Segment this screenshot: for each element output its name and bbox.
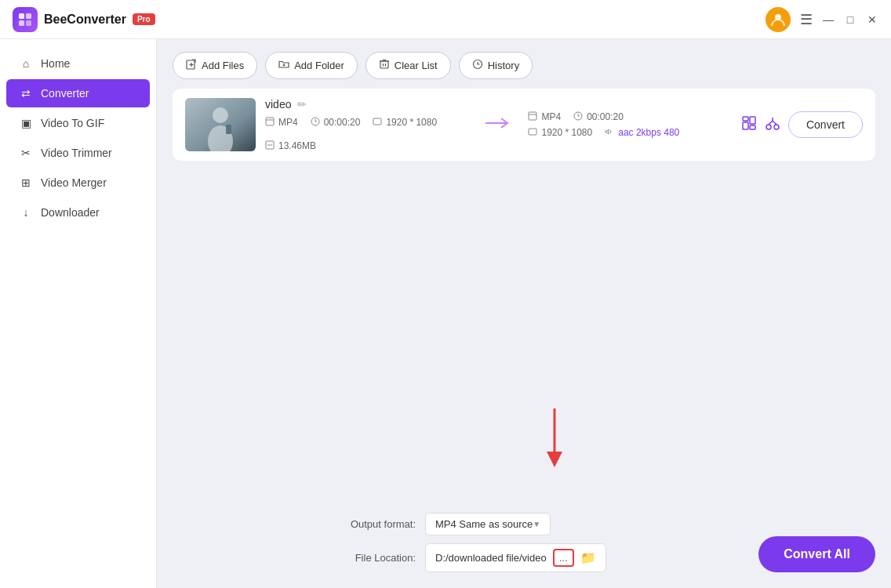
svg-rect-3 bbox=[26, 20, 31, 26]
merger-icon: ⊞ bbox=[19, 176, 33, 189]
size-icon bbox=[265, 140, 275, 151]
output-format-row: Output format: MP4 Same as source ▼ bbox=[329, 513, 606, 535]
cut-icon[interactable] bbox=[765, 115, 780, 135]
file-list: video ✏ MP4 bbox=[173, 89, 875, 161]
file-actions: Convert bbox=[741, 111, 863, 138]
source-size: 13.46MB bbox=[278, 140, 316, 151]
clear-list-icon bbox=[379, 59, 390, 72]
svg-rect-20 bbox=[266, 118, 274, 125]
sidebar-item-converter[interactable]: ⇄ Converter bbox=[6, 79, 150, 107]
main-layout: ⌂ Home ⇄ Converter ▣ Video To GIF ✂ Vide… bbox=[0, 39, 891, 588]
title-bar: BeeConverter Pro ☰ — □ ✕ bbox=[0, 0, 891, 39]
source-duration: 00:00:20 bbox=[324, 117, 361, 128]
output-format-icon bbox=[528, 111, 537, 122]
history-icon bbox=[472, 59, 483, 72]
file-location-label: File Location: bbox=[329, 552, 416, 564]
output-audio-item: aac 2kbps 480 bbox=[605, 127, 679, 138]
output-audio: aac 2kbps 480 bbox=[618, 127, 679, 138]
svg-rect-23 bbox=[373, 118, 381, 125]
svg-point-17 bbox=[213, 107, 228, 123]
output-settings: Output format: MP4 Same as source ▼ File… bbox=[329, 513, 606, 572]
add-files-icon bbox=[186, 59, 197, 72]
svg-rect-32 bbox=[743, 117, 748, 121]
svg-marker-42 bbox=[547, 452, 562, 467]
source-resolution-item: 1920 * 1080 bbox=[373, 117, 437, 128]
sidebar-item-video-trimmer[interactable]: ✂ Video Trimmer bbox=[6, 139, 150, 167]
svg-rect-1 bbox=[26, 13, 31, 19]
output-format-select[interactable]: MP4 Same as source ▼ bbox=[425, 513, 551, 535]
svg-point-37 bbox=[774, 125, 779, 129]
clear-list-button[interactable]: Clear List bbox=[365, 52, 451, 79]
svg-rect-28 bbox=[529, 112, 536, 120]
history-label: History bbox=[488, 60, 519, 71]
close-button[interactable]: ✕ bbox=[866, 13, 878, 26]
svg-rect-2 bbox=[19, 20, 24, 26]
minimize-button[interactable]: — bbox=[822, 13, 835, 26]
menu-icon[interactable]: ☰ bbox=[800, 11, 813, 28]
sidebar-item-label: Video To GIF bbox=[41, 117, 104, 129]
file-location-display: D:/downloaded file/video ... 📁 bbox=[425, 543, 606, 572]
add-folder-button[interactable]: Add Folder bbox=[265, 52, 358, 79]
svg-rect-0 bbox=[19, 13, 24, 19]
source-size-item: 13.46MB bbox=[265, 140, 316, 151]
resolution-icon bbox=[373, 117, 382, 128]
svg-point-36 bbox=[766, 125, 771, 129]
source-resolution: 1920 * 1080 bbox=[386, 117, 437, 128]
user-avatar[interactable] bbox=[766, 7, 791, 32]
source-format: MP4 bbox=[278, 117, 298, 128]
sidebar-item-label: Downloader bbox=[41, 206, 100, 219]
pro-badge: Pro bbox=[133, 13, 155, 25]
svg-rect-19 bbox=[226, 125, 231, 134]
convert-all-button[interactable]: Convert All bbox=[758, 536, 875, 572]
convert-button[interactable]: Convert bbox=[788, 111, 863, 138]
svg-rect-35 bbox=[750, 125, 755, 129]
file-meta: MP4 00:00:20 1920 * 1080 bbox=[265, 117, 468, 151]
app-name: BeeConverter bbox=[44, 13, 126, 27]
table-row: video ✏ MP4 bbox=[173, 89, 875, 161]
title-bar-right: ☰ — □ ✕ bbox=[766, 7, 878, 32]
output-format-label: Output format: bbox=[329, 518, 416, 530]
sidebar-item-video-merger[interactable]: ⊞ Video Merger bbox=[6, 169, 150, 197]
open-folder-icon[interactable]: 📁 bbox=[580, 550, 596, 565]
file-location-path: D:/downloaded file/video bbox=[435, 552, 547, 564]
sidebar-item-label: Home bbox=[41, 57, 70, 70]
source-duration-item: 00:00:20 bbox=[311, 117, 361, 128]
downloader-icon: ↓ bbox=[19, 206, 33, 219]
svg-rect-10 bbox=[380, 61, 388, 68]
clock-icon bbox=[311, 117, 320, 128]
settings-icon[interactable] bbox=[741, 115, 757, 135]
output-format: MP4 bbox=[541, 111, 561, 122]
output-duration: 00:00:20 bbox=[587, 111, 624, 122]
title-bar-left: BeeConverter Pro bbox=[13, 7, 155, 32]
output-info: MP4 00:00:20 bbox=[528, 111, 731, 138]
gif-icon: ▣ bbox=[19, 117, 33, 129]
converter-icon: ⇄ bbox=[19, 87, 33, 100]
add-folder-label: Add Folder bbox=[294, 60, 344, 71]
clear-list-label: Clear List bbox=[395, 60, 438, 71]
add-files-label: Add Files bbox=[202, 60, 244, 71]
output-format-value: MP4 Same as source bbox=[435, 518, 533, 530]
svg-rect-34 bbox=[750, 117, 755, 124]
output-resolution: 1920 * 1080 bbox=[541, 127, 592, 138]
file-location-row: File Location: D:/downloaded file/video … bbox=[329, 543, 606, 572]
output-resolution-item: 1920 * 1080 bbox=[528, 127, 592, 138]
sidebar-item-label: Video Trimmer bbox=[41, 147, 112, 159]
maximize-button[interactable]: □ bbox=[844, 13, 856, 26]
add-folder-icon bbox=[278, 59, 289, 72]
annotation-arrow bbox=[543, 408, 566, 474]
add-files-button[interactable]: Add Files bbox=[173, 52, 257, 79]
edit-icon[interactable]: ✏ bbox=[297, 98, 307, 111]
sidebar-item-video-to-gif[interactable]: ▣ Video To GIF bbox=[6, 109, 150, 137]
output-resolution-icon bbox=[528, 127, 537, 138]
convert-direction-arrow bbox=[478, 114, 518, 136]
sidebar-item-downloader[interactable]: ↓ Downloader bbox=[6, 198, 150, 227]
source-format-item: MP4 bbox=[265, 117, 298, 128]
svg-line-39 bbox=[773, 121, 776, 125]
output-meta-row-1: MP4 00:00:20 bbox=[528, 111, 731, 122]
sidebar-item-home[interactable]: ⌂ Home bbox=[6, 49, 150, 78]
browse-dots-button[interactable]: ... bbox=[553, 549, 574, 567]
svg-rect-31 bbox=[529, 129, 536, 135]
sidebar-item-label: Converter bbox=[41, 87, 89, 100]
home-icon: ⌂ bbox=[19, 57, 33, 70]
history-button[interactable]: History bbox=[459, 52, 533, 79]
